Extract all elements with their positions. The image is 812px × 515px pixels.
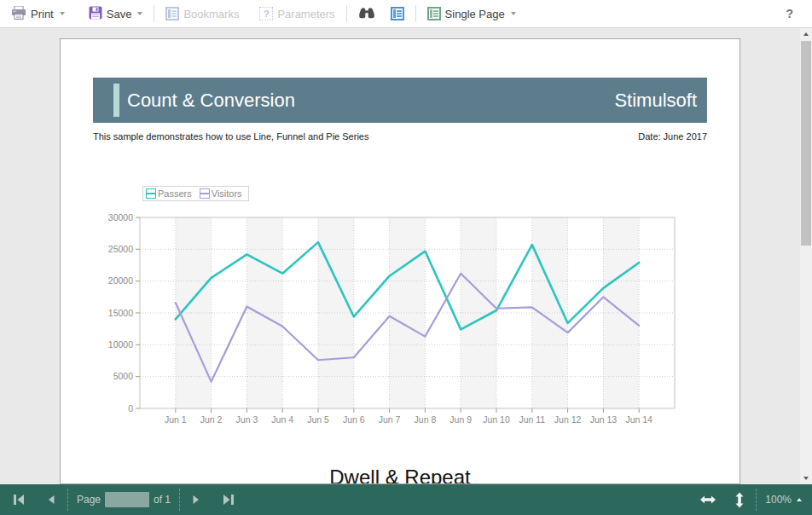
svg-text:Jun 5: Jun 5 — [307, 414, 329, 425]
parameters-button[interactable]: ? Parameters — [253, 4, 340, 23]
page-label: Page — [77, 494, 101, 506]
floppy-disk-icon — [89, 6, 102, 22]
svg-text:25000: 25000 — [108, 244, 133, 254]
svg-text:Jun 14: Jun 14 — [625, 414, 652, 425]
single-page-icon — [427, 7, 441, 20]
chevron-down-icon — [511, 12, 516, 15]
line-chart: 050001000015000200002500030000Jun 1Jun 2… — [108, 212, 688, 434]
find-button[interactable] — [352, 3, 381, 24]
svg-text:20000: 20000 — [108, 275, 133, 286]
report-title: Count & Conversion — [127, 90, 295, 112]
parameters-label: Parameters — [277, 8, 334, 20]
svg-text:0: 0 — [128, 403, 133, 414]
svg-text:10000: 10000 — [108, 339, 133, 350]
print-button[interactable]: Print — [5, 3, 71, 25]
legend-swatch — [200, 188, 210, 199]
svg-text:Jun 2: Jun 2 — [200, 414, 223, 425]
chart-legend: Passers Visitors — [142, 186, 249, 201]
binoculars-icon — [358, 6, 375, 21]
status-bar: Page of 1 100% — [0, 484, 812, 515]
zoom-level-label: 100% — [765, 494, 792, 506]
toolbar: Print Save Bookmarks ? Parameters — [0, 0, 812, 28]
scrollbar-thumb[interactable] — [801, 41, 811, 246]
svg-text:Jun 13: Jun 13 — [590, 414, 618, 425]
fit-height-icon — [734, 492, 745, 508]
header-accent-bar — [113, 84, 119, 117]
page-panel-button[interactable] — [385, 4, 410, 23]
viewer-content: Count & Conversion Stimulsoft This sampl… — [0, 28, 812, 484]
report-page: Count & Conversion Stimulsoft This sampl… — [60, 38, 740, 484]
first-page-icon — [12, 494, 26, 506]
toolbar-separator — [154, 5, 154, 22]
fit-page-height-button[interactable] — [732, 490, 747, 510]
toolbar-separator — [415, 5, 416, 22]
printer-icon — [11, 6, 26, 22]
bookmarks-icon — [165, 7, 179, 20]
legend-item: Visitors — [200, 188, 242, 199]
svg-text:Jun 1: Jun 1 — [165, 414, 187, 425]
legend-swatch — [146, 188, 156, 199]
next-section-title: Dwell & Repeat — [61, 466, 740, 484]
last-page-icon — [221, 494, 235, 506]
arrow-down-icon[interactable] — [800, 472, 812, 484]
svg-text:15000: 15000 — [108, 308, 133, 318]
help-button[interactable]: ? — [786, 7, 793, 20]
svg-text:5000: 5000 — [113, 371, 134, 381]
svg-text:Jun 7: Jun 7 — [379, 414, 401, 425]
statusbar-separator — [67, 489, 68, 511]
legend-item: Passers — [146, 188, 192, 199]
page-number-input[interactable] — [105, 492, 149, 507]
svg-text:Jun 6: Jun 6 — [343, 414, 365, 425]
chevron-down-icon — [137, 12, 142, 15]
toolbar-separator — [346, 5, 347, 22]
bookmarks-button[interactable]: Bookmarks — [160, 4, 245, 23]
view-mode-label: Single Page — [445, 8, 505, 20]
page-total-label: of 1 — [154, 494, 171, 506]
statusbar-separator — [179, 489, 180, 511]
page-panel-icon — [391, 7, 404, 20]
first-page-button[interactable] — [10, 492, 28, 507]
last-page-button[interactable] — [219, 492, 237, 507]
print-label: Print — [31, 8, 54, 20]
parameters-icon: ? — [259, 7, 273, 20]
previous-page-icon — [45, 494, 57, 506]
view-mode-button[interactable]: Single Page — [421, 4, 522, 23]
svg-text:Jun 3: Jun 3 — [236, 414, 258, 425]
svg-text:30000: 30000 — [108, 212, 133, 223]
chevron-up-icon — [797, 498, 802, 501]
brand-name: Stimulsoft — [614, 90, 697, 112]
save-label: Save — [107, 8, 132, 20]
svg-text:Jun 11: Jun 11 — [519, 414, 545, 425]
svg-text:Jun 8: Jun 8 — [415, 414, 437, 425]
svg-text:Jun 4: Jun 4 — [271, 414, 293, 425]
legend-label: Passers — [158, 188, 192, 199]
bookmarks-label: Bookmarks — [183, 8, 239, 20]
previous-page-button[interactable] — [44, 492, 59, 507]
svg-text:Jun 9: Jun 9 — [450, 414, 472, 425]
statusbar-separator — [756, 489, 757, 511]
svg-text:Jun 12: Jun 12 — [554, 414, 582, 425]
svg-text:Jun 10: Jun 10 — [483, 414, 510, 425]
report-subtitle: This sample demonstrates how to use Line… — [93, 131, 368, 142]
legend-label: Visitors — [212, 188, 242, 199]
next-page-icon — [190, 494, 202, 506]
arrow-up-icon[interactable] — [800, 28, 812, 40]
next-page-button[interactable] — [188, 492, 204, 507]
report-header-band: Count & Conversion Stimulsoft — [93, 78, 707, 123]
fit-page-width-button[interactable] — [698, 492, 718, 507]
report-date: Date: June 2017 — [638, 131, 707, 142]
vertical-scrollbar[interactable] — [800, 28, 812, 484]
zoom-control[interactable]: 100% — [765, 494, 802, 506]
save-button[interactable]: Save — [83, 3, 149, 25]
fit-width-icon — [699, 494, 716, 506]
chevron-down-icon — [60, 12, 65, 15]
